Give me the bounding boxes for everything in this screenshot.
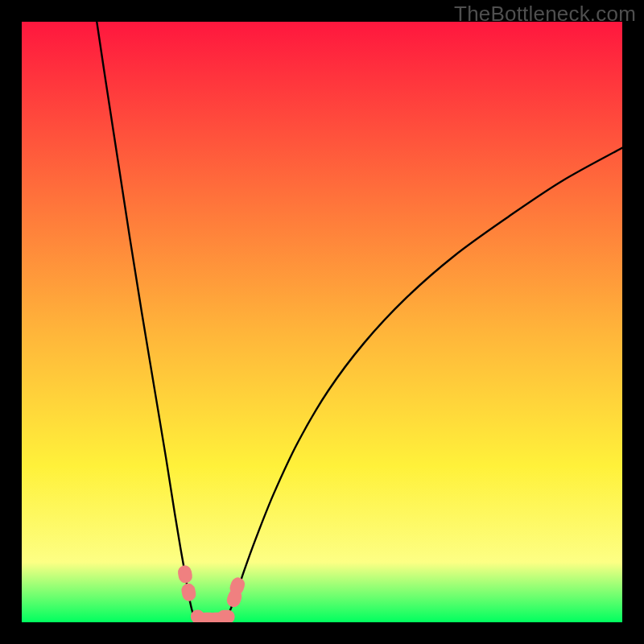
watermark-text: TheBottleneck.com (454, 2, 636, 27)
chart-plot (22, 22, 622, 622)
marker-floor-d (217, 610, 235, 622)
gradient-background (22, 22, 622, 622)
outer-frame: TheBottleneck.com (0, 0, 644, 644)
